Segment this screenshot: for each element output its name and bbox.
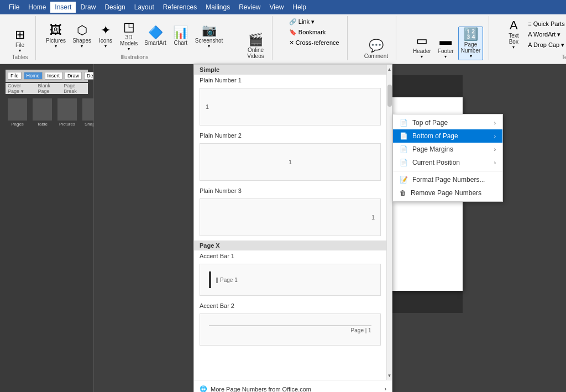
screenshot-button[interactable]: 📷 Screenshot ▾ [193,23,226,50]
plain-number-3-value: 1 [371,214,375,221]
accent-bar-1-label: Accent Bar 1 [194,250,386,262]
menu-file[interactable]: File [4,2,24,13]
tables-group-label: Tables [12,54,28,60]
menu-references[interactable]: References [159,2,201,13]
dropdown-bottom: 🌐 More Page Numbers from Office.com › 💾 … [194,380,392,392]
context-separator [393,171,502,171]
ribbon-group-tables: ⊞ File ▾ Tables [4,16,36,60]
plain-number-2-label: Plain Number 2 [194,130,386,141]
cross-reference-button[interactable]: ✕ Cross-reference [287,38,342,48]
bottom-of-page-arrow-icon: › [494,133,496,139]
quick-parts-button[interactable]: ≡ Quick Parts ▾ [526,19,566,29]
menu-insert[interactable]: Insert [50,2,76,13]
wordart-button[interactable]: A WordArt ▾ [526,30,566,39]
top-of-page-item[interactable]: 📄 Top of Page › [393,116,502,129]
ribbon-group-header-footer: ▭ Header ▾ ▬ Footer ▾ 🔢 PageNumber ▾ [405,16,489,60]
page-number-button[interactable]: 🔢 PageNumber ▾ [458,27,484,60]
plain-number-2-value: 1 [289,159,292,165]
drop-cap-button[interactable]: A Drop Cap ▾ [526,40,566,50]
dropdown-scrollbar[interactable]: ▲ ▼ [386,65,392,380]
plain-number-1-value: 1 [206,103,209,110]
top-of-page-arrow-icon: › [494,120,496,126]
plain-number-3-label: Plain Number 3 [194,185,386,196]
table-button[interactable]: ⊞ File ▾ [10,28,30,54]
illustrations-group-label: Illustrations [120,54,149,60]
page-number-dropdown: Simple Plain Number 1 1 Plain Number 2 1… [193,64,392,392]
plain-number-3-preview[interactable]: 1 [200,198,381,236]
bottom-of-page-item[interactable]: 📄 Bottom of Page › [393,129,502,143]
smartart-button[interactable]: 🔷 SmartArt [142,25,168,47]
menu-bar: File Home Insert Draw Design Layout Refe… [0,0,566,14]
menu-layout[interactable]: Layout [130,2,159,13]
top-of-page-icon: 📄 [400,119,408,127]
page-number-context-menu: 📄 Top of Page › 📄 Bottom of Page › 📄 Pag… [392,114,503,202]
table-icon: ⊞ [15,29,25,41]
plain-number-2-preview[interactable]: 1 [200,143,381,181]
scrollbar-thumb[interactable] [387,85,392,107]
current-position-item[interactable]: 📄 Current Position › [393,156,502,169]
plain-number-1-label: Plain Number 1 [194,75,386,86]
link-button[interactable]: 🔗 Link ▾ [287,17,342,27]
icons-button[interactable]: ✦ Icons ▾ [96,23,116,50]
menu-view[interactable]: View [265,2,289,13]
more-page-numbers-item[interactable]: 🌐 More Page Numbers from Office.com › [194,383,392,392]
thumb-toolbar: File Home Insert Draw Design [6,70,88,82]
current-position-icon: 📄 [400,159,408,166]
accent-bar-2-label: Accent Bar 2 [194,300,386,311]
pagex-section-label: Page X [194,241,386,250]
chart-button[interactable]: 📊 Chart [171,25,191,47]
format-page-numbers-item[interactable]: 📝 Format Page Numbers... [393,173,502,186]
header-button[interactable]: ▭ Header ▾ [411,34,433,60]
remove-page-numbers-icon: 🗑 [400,189,406,197]
menu-help[interactable]: Help [288,2,311,13]
remove-page-numbers-item[interactable]: 🗑 Remove Page Numbers [393,186,502,200]
page-margins-item[interactable]: 📄 Page Margins › [393,143,502,156]
menu-draw[interactable]: Draw [76,2,100,13]
accent-bar-1-preview[interactable]: ‖ Page 1 [200,264,381,296]
scroll-up-arrow[interactable]: ▲ [387,65,392,74]
bookmark-button[interactable]: 🔖 Bookmark [287,28,342,37]
textbox-button[interactable]: A TextBox ▾ [504,18,523,51]
current-position-arrow-icon: › [494,160,496,166]
main-area: File Home Insert Draw Design Cover Page … [0,64,566,392]
shapes-button[interactable]: ⬡ Shapes ▾ [70,23,93,50]
menu-home[interactable]: Home [24,2,50,13]
ribbon-group-text: A TextBox ▾ ≡ Quick Parts ▾ A WordArt ▾ … [498,16,566,60]
dropdown-scroll-area[interactable]: Simple Plain Number 1 1 Plain Number 2 1… [194,65,386,380]
simple-section-label: Simple [194,65,386,75]
ribbon: ⊞ File ▾ Tables 🖼 Pictures ▾ ⬡ Shapes ▾ … [0,14,566,64]
ribbon-group-links: 🔗 Link ▾ 🔖 Bookmark ✕ Cross-reference [281,16,348,60]
ribbon-group-media: 🎬 OnlineVideos [239,16,272,60]
accent-bar-2-preview[interactable]: Page | 1 [200,313,381,346]
pictures-button[interactable]: 🖼 Pictures ▾ [44,23,68,50]
menu-review[interactable]: Review [234,2,265,13]
format-page-numbers-icon: 📝 [400,176,408,184]
menu-design[interactable]: Design [100,2,129,13]
menu-mailings[interactable]: Mailings [201,2,234,13]
globe-icon: 🌐 [200,385,207,392]
scroll-down-arrow[interactable]: ▼ [387,371,392,380]
ribbon-group-illustrations: 🖼 Pictures ▾ ⬡ Shapes ▾ ✦ Icons ▾ ◳ 3DMo… [38,16,230,60]
online-videos-button[interactable]: 🎬 OnlineVideos [245,33,266,60]
comment-button[interactable]: 💬 Comment [362,39,390,60]
text-group-label: Text [562,54,566,60]
plain-number-1-preview[interactable]: 1 [200,88,381,126]
3d-models-button[interactable]: ◳ 3DModels ▾ [118,20,140,53]
more-arrow-icon: › [385,386,386,392]
footer-button[interactable]: ▬ Footer ▾ [436,34,456,60]
ribbon-group-comment: 💬 Comment [357,16,396,60]
page-margins-icon: 📄 [400,145,408,153]
thumbnail-strip: File Home Insert Draw Design Cover Page … [0,64,94,392]
bottom-of-page-icon: 📄 [400,132,408,140]
page-margins-arrow-icon: › [494,147,496,153]
